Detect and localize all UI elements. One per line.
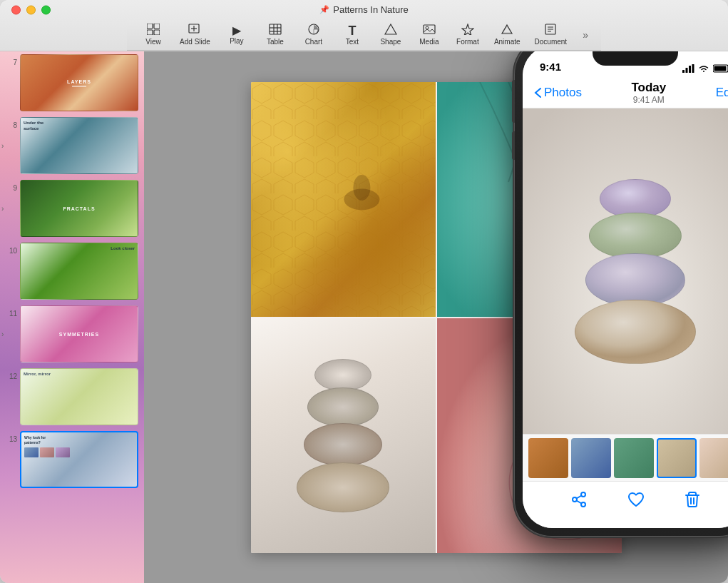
back-label: Photos <box>544 86 582 100</box>
play-label: Play <box>230 37 243 45</box>
iphone-urchin-stack <box>575 179 696 364</box>
pin-icon: 📌 <box>319 5 329 14</box>
shape-icon <box>384 24 397 37</box>
slide-thumb-inner-11: SYMMETRIES <box>20 305 138 363</box>
svg-rect-0 <box>147 24 153 29</box>
table-icon <box>269 24 282 37</box>
slide-thumb-inner-10: Look closer <box>20 243 138 300</box>
urchin-2 <box>307 387 379 427</box>
photos-back-button[interactable]: Photos <box>534 86 582 100</box>
iphone-main-content <box>523 108 728 528</box>
toolbar-media[interactable]: Media <box>411 21 447 49</box>
iphone-bottom-bar <box>523 481 728 528</box>
urchin-stack <box>297 318 389 553</box>
status-time: 9:41 <box>540 61 561 73</box>
svg-rect-43 <box>689 66 691 73</box>
slide-num-10: 10 <box>6 247 17 255</box>
animate-label: Animate <box>494 38 521 46</box>
thumb-mini-5[interactable] <box>699 438 728 478</box>
svg-rect-2 <box>147 30 153 35</box>
urchin-4 <box>297 462 389 512</box>
slide-thumb-8[interactable]: › 8 Under the surface <box>0 114 144 177</box>
thumb-mini-4[interactable] <box>657 438 697 478</box>
bee-hex-pattern <box>251 82 436 317</box>
iphone-body: 9:41 <box>514 51 728 537</box>
minimize-button[interactable] <box>26 5 36 14</box>
chevron-9: › <box>1 205 4 213</box>
slide-thumb-inner-12: Mirror, mirror <box>20 368 138 425</box>
slide-num-11: 11 <box>6 310 17 318</box>
slide-thumb-7[interactable]: 7 LAYERS <box>0 51 144 114</box>
toolbar-document[interactable]: Document <box>529 21 573 49</box>
toolbar-shape[interactable]: Shape <box>373 21 409 49</box>
chevron-11: › <box>1 330 4 338</box>
window-title-text: Patterns In Nature <box>333 4 409 15</box>
toolbar-more-button[interactable]: » <box>578 26 593 44</box>
iphone-urchin-mid-lower <box>585 253 685 307</box>
svg-rect-44 <box>692 64 694 73</box>
toolbar-animate[interactable]: Animate <box>488 21 526 49</box>
urchin-1 <box>314 359 371 391</box>
svg-rect-1 <box>154 24 160 29</box>
svg-point-51 <box>581 502 585 507</box>
iphone-urchin-mid-upper <box>589 213 682 259</box>
volume-down-button[interactable] <box>512 131 515 160</box>
toolbar-text[interactable]: T Text <box>334 21 370 49</box>
svg-rect-47 <box>714 66 727 71</box>
slide-thumb-10[interactable]: 10 Look closer <box>0 240 144 303</box>
slide-thumb-inner-7: LAYERS <box>20 54 138 111</box>
iphone-device: 9:41 <box>514 51 728 537</box>
slide-num-12: 12 <box>6 372 17 380</box>
edit-button[interactable]: Edit <box>716 86 728 100</box>
slide-num-13: 13 <box>6 435 17 443</box>
toolbar-play[interactable]: ▶ Play <box>219 22 255 48</box>
toolbar-format[interactable]: Format <box>450 21 486 49</box>
toolbar-add-slide[interactable]: Add Slide <box>174 21 216 49</box>
thumb-mini-1[interactable] <box>528 438 568 478</box>
battery-icon <box>713 64 728 73</box>
view-icon <box>147 24 160 37</box>
slide-thumb-11[interactable]: › 11 SYMMETRIES <box>0 303 144 365</box>
toolbar-chart[interactable]: Chart <box>296 21 332 49</box>
mac-window: 📌 Patterns In Nature View Add Slide ▶ Pl… <box>0 0 728 583</box>
fullscreen-button[interactable] <box>41 5 51 14</box>
close-button[interactable] <box>11 5 21 14</box>
favorite-button[interactable] <box>627 491 645 512</box>
thumb-mini-3[interactable] <box>614 438 654 478</box>
toolbar-view[interactable]: View <box>135 21 171 49</box>
shape-label: Shape <box>380 38 401 46</box>
svg-rect-41 <box>682 70 685 73</box>
volume-up-button[interactable] <box>512 94 515 123</box>
svg-point-49 <box>581 492 585 497</box>
iphone-urchin-bottom <box>575 300 696 364</box>
toolbar-table[interactable]: Table <box>257 21 293 49</box>
slide-thumb-12[interactable]: 12 Mirror, mirror <box>0 365 144 428</box>
slide-thumb-9[interactable]: › 9 FRACTALS <box>0 177 144 240</box>
signal-icon <box>682 64 694 73</box>
svg-marker-13 <box>385 24 396 34</box>
delete-button[interactable] <box>685 491 700 512</box>
animate-icon <box>501 24 513 37</box>
toolbar: View Add Slide ▶ Play Table <box>127 20 601 51</box>
nav-title-area: Today 9:41 AM <box>631 81 666 105</box>
status-icons <box>682 64 728 73</box>
nav-title: Today <box>631 81 666 95</box>
title-row: 📌 Patterns In Nature <box>0 0 728 20</box>
svg-rect-3 <box>154 30 160 35</box>
slide-num-7: 7 <box>6 59 17 66</box>
thumb-mini-2[interactable] <box>571 438 611 478</box>
document-label: Document <box>535 38 568 46</box>
table-label: Table <box>267 38 284 46</box>
add-slide-icon <box>188 24 201 37</box>
svg-point-27 <box>353 175 370 201</box>
slide-thumb-inner-13: Why look for patterns? <box>20 431 138 488</box>
nav-subtitle: 9:41 AM <box>631 95 666 105</box>
text-icon: T <box>348 24 356 37</box>
svg-rect-7 <box>270 24 281 34</box>
share-button[interactable] <box>570 491 588 512</box>
canvas-area: 9:41 <box>144 51 728 583</box>
svg-rect-42 <box>686 68 688 73</box>
slide-thumb-13[interactable]: 13 Why look for patterns? <box>0 428 144 491</box>
wifi-icon <box>698 64 709 73</box>
slide-thumb-inner-9: FRACTALS <box>20 180 138 237</box>
